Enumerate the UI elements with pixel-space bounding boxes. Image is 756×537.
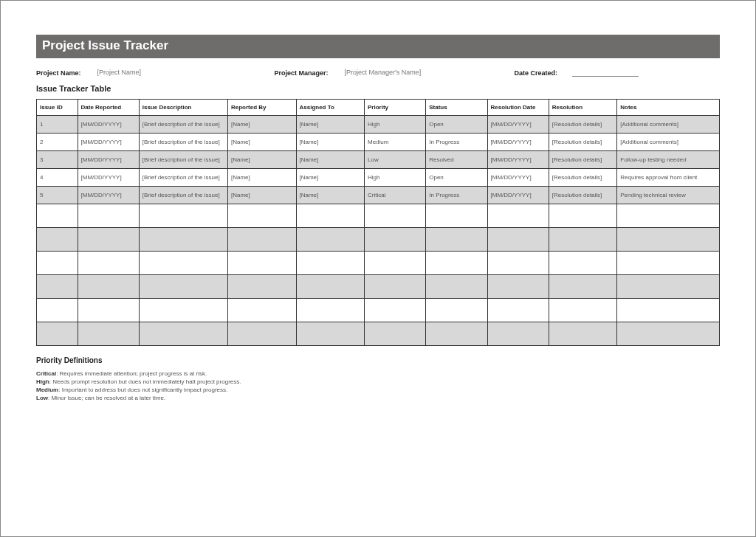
cell-id: 4 <box>37 169 78 187</box>
cell-empty <box>228 204 297 228</box>
cell-id: 3 <box>37 151 78 169</box>
cell-status: Resolved <box>426 151 487 169</box>
cell-assignedTo: [Name] <box>296 116 365 134</box>
cell-empty <box>426 204 487 228</box>
cell-empty <box>78 275 139 299</box>
project-manager-label: Project Manager: <box>275 69 329 77</box>
project-name-value: [Project Name] <box>97 69 208 77</box>
cell-empty <box>487 275 549 299</box>
cell-empty <box>487 299 549 322</box>
cell-empty <box>617 252 720 275</box>
cell-empty <box>78 252 139 275</box>
cell-status: In Progress <box>426 187 487 204</box>
col-header-id: Issue ID <box>37 100 78 116</box>
cell-empty <box>78 204 139 228</box>
definitions-heading: Priority Definitions <box>36 356 720 364</box>
col-header-description: Issue Description <box>139 100 227 116</box>
definition-label: High <box>36 378 49 385</box>
table-heading: Issue Tracker Table <box>36 84 720 93</box>
cell-id: 1 <box>37 116 78 134</box>
cell-empty <box>37 299 78 322</box>
cell-empty <box>426 228 487 252</box>
cell-priority: High <box>365 169 426 187</box>
cell-empty <box>296 322 365 346</box>
col-header-assigned-to: Assigned To <box>296 100 365 116</box>
cell-description: [Brief description of the issue] <box>139 169 227 187</box>
cell-empty <box>487 228 549 252</box>
table-row-empty <box>37 299 720 322</box>
cell-empty <box>37 252 78 275</box>
table-row: 1[MM/DD/YYYY][Brief description of the i… <box>37 116 720 134</box>
cell-empty <box>426 275 487 299</box>
cell-empty <box>228 252 297 275</box>
cell-empty <box>549 322 617 346</box>
table-row: 2[MM/DD/YYYY][Brief description of the i… <box>37 134 720 151</box>
cell-empty <box>139 228 227 252</box>
cell-resolutionDate: [MM/DD/YYYY] <box>487 151 549 169</box>
col-header-resolution: Resolution <box>549 100 617 116</box>
project-manager-value: [Project Manager's Name] <box>345 69 456 77</box>
cell-assignedTo: [Name] <box>296 169 365 187</box>
priority-definitions: Priority Definitions Critical: Requires … <box>36 356 720 401</box>
cell-reportedBy: [Name] <box>228 169 297 187</box>
table-row: 3[MM/DD/YYYY][Brief description of the i… <box>37 151 720 169</box>
col-header-priority: Priority <box>365 100 426 116</box>
cell-empty <box>228 275 297 299</box>
meta-row: Project Name: [Project Name] Project Man… <box>36 69 720 77</box>
col-header-status: Status <box>426 100 487 116</box>
cell-reportedBy: [Name] <box>228 151 297 169</box>
definition-text: : Requires immediate attention; project … <box>56 370 207 377</box>
cell-empty <box>296 228 365 252</box>
cell-assignedTo: [Name] <box>296 151 365 169</box>
table-row: 5[MM/DD/YYYY][Brief description of the i… <box>37 187 720 204</box>
col-header-resolution-date: Resolution Date <box>487 100 549 116</box>
cell-dateReported: [MM/DD/YYYY] <box>78 134 139 151</box>
cell-empty <box>296 204 365 228</box>
cell-empty <box>549 299 617 322</box>
cell-empty <box>296 252 365 275</box>
cell-empty <box>139 299 227 322</box>
cell-empty <box>365 275 426 299</box>
cell-notes: Follow-up testing needed <box>617 151 720 169</box>
cell-empty <box>78 228 139 252</box>
cell-resolutionDate: [MM/DD/YYYY] <box>487 169 549 187</box>
cell-empty <box>365 204 426 228</box>
cell-description: [Brief description of the issue] <box>139 151 227 169</box>
cell-empty <box>617 322 720 346</box>
cell-empty <box>426 322 487 346</box>
definition-text: : Minor issue; can be resolved at a late… <box>48 395 165 401</box>
cell-resolution: [Resolution details] <box>549 169 617 187</box>
table-row-empty <box>37 204 720 228</box>
cell-empty <box>365 299 426 322</box>
cell-id: 2 <box>37 134 78 151</box>
cell-resolution: [Resolution details] <box>549 134 617 151</box>
project-name-label: Project Name: <box>36 69 81 77</box>
cell-empty <box>617 204 720 228</box>
col-header-reported-by: Reported By <box>228 100 297 116</box>
cell-empty <box>78 299 139 322</box>
cell-empty <box>228 228 297 252</box>
cell-resolution: [Resolution details] <box>549 116 617 134</box>
cell-empty <box>37 204 78 228</box>
cell-empty <box>617 275 720 299</box>
cell-empty <box>139 275 227 299</box>
definition-text: : Needs prompt resolution but does not i… <box>49 378 241 385</box>
col-header-notes: Notes <box>617 100 720 116</box>
cell-empty <box>139 204 227 228</box>
date-created-label: Date Created: <box>515 69 558 77</box>
cell-notes: Pending technical review <box>617 187 720 204</box>
cell-empty <box>549 252 617 275</box>
document-frame: Project Issue Tracker Project Name: [Pro… <box>0 0 756 537</box>
issue-tracker-table: Issue ID Date Reported Issue Description… <box>36 99 720 346</box>
cell-resolution: [Resolution details] <box>549 187 617 204</box>
cell-description: [Brief description of the issue] <box>139 116 227 134</box>
cell-empty <box>487 204 549 228</box>
cell-id: 5 <box>37 187 78 204</box>
definition-label: Medium <box>36 387 58 393</box>
cell-empty <box>37 275 78 299</box>
definition-item: Low: Minor issue; can be resolved at a l… <box>36 395 720 401</box>
cell-notes: [Additional comments] <box>617 116 720 134</box>
cell-description: [Brief description of the issue] <box>139 134 227 151</box>
cell-status: Open <box>426 169 487 187</box>
cell-status: In Progress <box>426 134 487 151</box>
